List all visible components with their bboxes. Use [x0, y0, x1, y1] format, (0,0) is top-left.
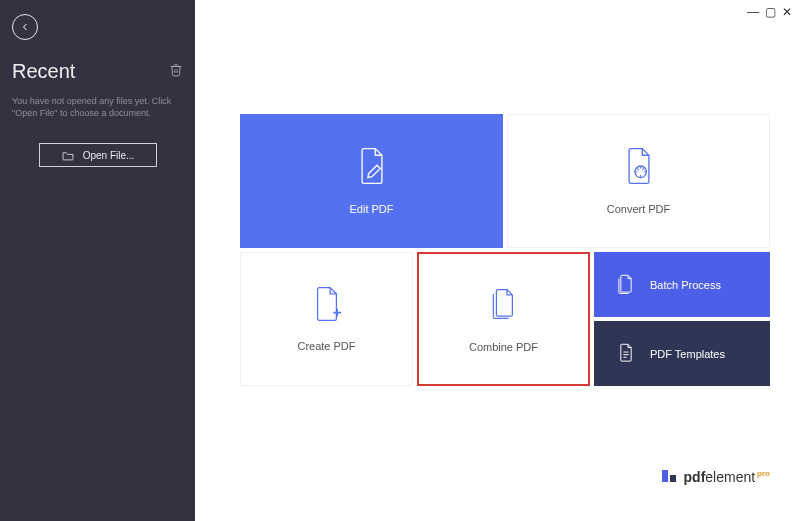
brand-logo: pdfelementpro: [662, 469, 770, 485]
folder-icon: [61, 150, 75, 161]
convert-pdf-tile[interactable]: Convert PDF: [507, 114, 770, 248]
combine-pdf-label: Combine PDF: [469, 341, 538, 353]
batch-icon: [616, 274, 636, 296]
brand-element: element: [705, 469, 755, 485]
open-file-label: Open File...: [83, 150, 135, 161]
close-button[interactable]: ✕: [782, 6, 792, 18]
combine-pdf-tile[interactable]: Combine PDF: [417, 252, 590, 386]
create-pdf-label: Create PDF: [297, 340, 355, 352]
trash-icon[interactable]: [169, 63, 183, 81]
batch-process-tile[interactable]: Batch Process: [594, 252, 770, 317]
sidebar: Recent You have not opened any files yet…: [0, 0, 195, 521]
maximize-button[interactable]: ▢: [765, 6, 776, 18]
create-pdf-tile[interactable]: Create PDF: [240, 252, 413, 386]
edit-pdf-tile[interactable]: Edit PDF: [240, 114, 503, 248]
document-stack-icon: [487, 285, 521, 323]
pdf-templates-label: PDF Templates: [650, 348, 725, 360]
recent-title: Recent: [12, 60, 75, 83]
batch-process-label: Batch Process: [650, 279, 721, 291]
chevron-left-icon: [19, 21, 31, 33]
brand-pdf: pdf: [684, 469, 706, 485]
document-edit-icon: [355, 147, 389, 185]
brand-mark-icon: [662, 470, 676, 482]
document-convert-icon: [622, 147, 656, 185]
convert-pdf-label: Convert PDF: [607, 203, 671, 215]
back-button[interactable]: [12, 14, 38, 40]
open-file-button[interactable]: Open File...: [39, 143, 157, 167]
recent-hint: You have not opened any files yet. Click…: [12, 95, 183, 119]
minimize-button[interactable]: —: [747, 6, 759, 18]
edit-pdf-label: Edit PDF: [349, 203, 393, 215]
main: Edit PDF Convert PDF C: [195, 0, 800, 521]
document-plus-icon: [311, 286, 343, 322]
pdf-templates-tile[interactable]: PDF Templates: [594, 321, 770, 386]
brand-pro: pro: [757, 469, 770, 478]
templates-icon: [616, 343, 636, 365]
